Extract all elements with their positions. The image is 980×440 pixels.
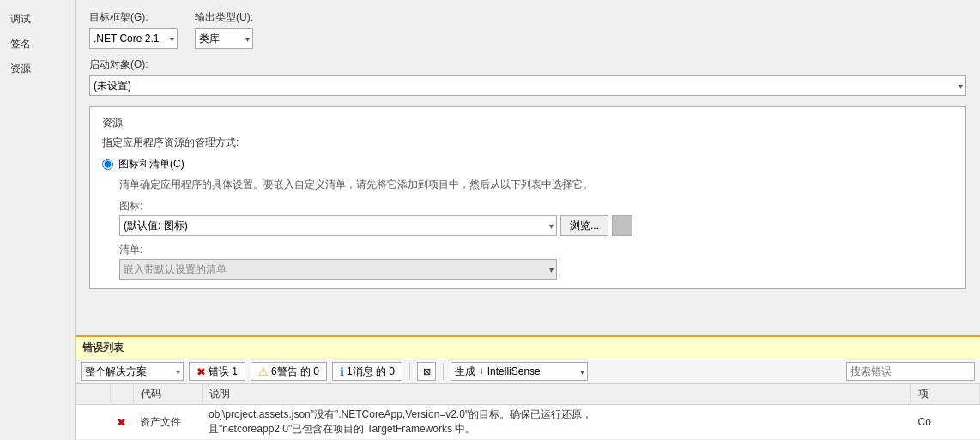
icon-list-description: 清单确定应用程序的具体设置。要嵌入自定义清单，请先将它添加到项目中，然后从以下列… [119, 177, 953, 192]
row-code: 资产文件 [133, 405, 202, 440]
build-select[interactable]: 生成 + IntelliSense [451, 362, 588, 381]
filter-icon: ⊠ [423, 366, 431, 377]
icon-section: 图标: (默认值: 图标) 浏览... [119, 199, 953, 236]
main-container: 调试 签名 资源 目标框架(G): .NET Core 2.1 [0, 0, 980, 440]
error-table-body: ✖ 资产文件 obj\project.assets.json"没有".NETCo… [76, 405, 980, 440]
scope-select[interactable]: 整个解决方案 [81, 362, 184, 381]
col-code-header: 代码 [133, 384, 202, 405]
settings-panel: 目标框架(G): .NET Core 2.1 输出类型(U): 类库 [76, 0, 980, 335]
output-type-select-wrapper: 类库 [195, 28, 253, 49]
content-area: 目标框架(G): .NET Core 2.1 输出类型(U): 类库 [76, 0, 980, 440]
manifest-section: 清单: 嵌入带默认设置的清单 [119, 243, 953, 280]
row-description: obj\project.assets.json"没有".NETCoreApp,V… [202, 405, 911, 440]
table-row[interactable]: ✖ 资产文件 obj\project.assets.json"没有".NETCo… [76, 405, 980, 440]
resources-title: 资源 [102, 116, 953, 130]
warning-icon: ⚠ [258, 365, 269, 378]
col-desc-header: 说明 [202, 384, 911, 405]
error-table: 代码 说明 项 ✖ 资产文件 o [76, 384, 980, 440]
warning-count-button[interactable]: ⚠ 6警告 的 0 [251, 362, 327, 381]
startup-obj-select[interactable]: (未设置) [89, 75, 966, 96]
sidebar: 调试 签名 资源 [0, 0, 76, 440]
sidebar-item-resources[interactable]: 资源 [0, 57, 75, 81]
error-table-header: 代码 说明 项 [76, 384, 980, 405]
row-icon-cell: ✖ [110, 405, 133, 440]
target-framework-select[interactable]: .NET Core 2.1 [89, 28, 178, 49]
icon-select[interactable]: (默认值: 图标) [119, 215, 557, 236]
row-error-icon: ✖ [117, 416, 126, 429]
output-type-select[interactable]: 类库 [195, 28, 253, 49]
row-num [76, 405, 110, 440]
top-form-row: 目标框架(G): .NET Core 2.1 输出类型(U): 类库 [89, 10, 966, 49]
output-type-group: 输出类型(U): 类库 [195, 10, 253, 49]
error-panel: 错误列表 整个解决方案 ✖ 错误 1 ⚠ 6警告 的 0 [76, 335, 980, 440]
manifest-select[interactable]: 嵌入带默认设置的清单 [119, 259, 557, 280]
error-search-input[interactable] [846, 362, 975, 381]
icon-select-wrapper: (默认值: 图标) [119, 215, 557, 236]
resources-description: 指定应用程序资源的管理方式: [102, 136, 953, 150]
scope-select-wrapper: 整个解决方案 [81, 362, 184, 381]
icon-list-radio[interactable] [102, 159, 113, 170]
startup-obj-group: 启动对象(O): (未设置) [89, 57, 966, 96]
col-project-header: 项 [911, 384, 980, 405]
info-count-label: 1消息 的 0 [347, 365, 395, 379]
output-type-label: 输出类型(U): [195, 10, 253, 25]
build-select-wrapper: 生成 + IntelliSense [451, 362, 588, 381]
browse-button[interactable]: 浏览... [560, 215, 608, 236]
col-num-header [76, 384, 110, 405]
icon-list-radio-row: 图标和清单(C) [102, 157, 953, 172]
toolbar-separator [409, 363, 410, 380]
info-count-button[interactable]: ℹ 1消息 的 0 [332, 362, 402, 381]
error-count-label: 错误 1 [209, 365, 238, 379]
error-panel-title: 错误列表 [82, 341, 124, 355]
sidebar-item-debug[interactable]: 调试 [0, 7, 75, 32]
error-panel-header: 错误列表 [76, 337, 980, 359]
startup-obj-select-wrapper: (未设置) [89, 75, 966, 96]
startup-obj-label: 启动对象(O): [89, 57, 966, 72]
warning-count-label: 6警告 的 0 [271, 365, 319, 379]
filter-button[interactable]: ⊠ [417, 362, 436, 381]
toolbar-separator2 [443, 363, 444, 380]
icon-list-label: 图标和清单(C) [118, 157, 185, 172]
sidebar-item-signing[interactable]: 签名 [0, 32, 75, 57]
error-toolbar: 整个解决方案 ✖ 错误 1 ⚠ 6警告 的 0 ℹ 1消息 的 0 [76, 359, 980, 384]
target-framework-group: 目标框架(G): .NET Core 2.1 [89, 10, 178, 49]
icon-input-row: (默认值: 图标) 浏览... [119, 215, 953, 236]
target-framework-label: 目标框架(G): [89, 10, 178, 25]
info-icon: ℹ [340, 365, 344, 378]
row-project: Co [911, 405, 980, 440]
col-icon-header [110, 384, 133, 405]
error-count-button[interactable]: ✖ 错误 1 [189, 362, 245, 381]
resources-box: 资源 指定应用程序资源的管理方式: 图标和清单(C) 清单确定应用程序的具体设置… [89, 106, 966, 289]
icon-label: 图标: [119, 199, 953, 214]
error-icon: ✖ [197, 365, 206, 378]
icon-preview [612, 215, 632, 236]
target-framework-select-wrapper: .NET Core 2.1 [89, 28, 178, 49]
manifest-select-wrapper: 嵌入带默认设置的清单 [119, 259, 557, 280]
manifest-label: 清单: [119, 243, 953, 257]
